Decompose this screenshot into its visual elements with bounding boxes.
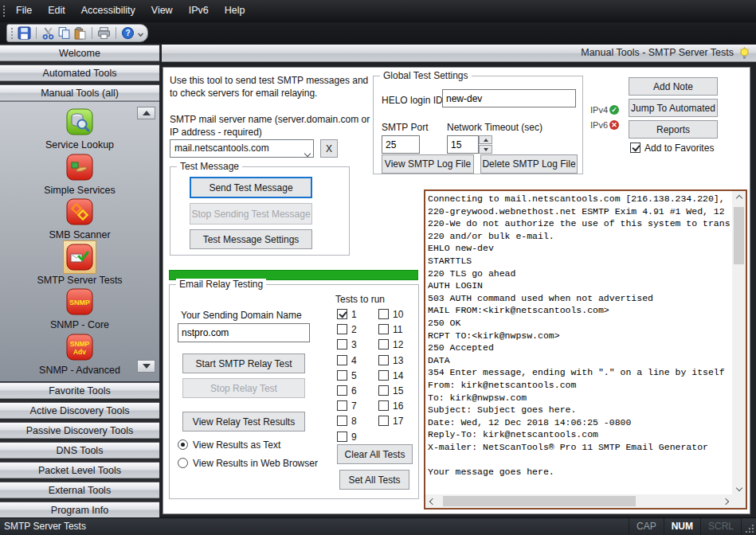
test-checkbox-8[interactable]	[337, 416, 347, 426]
copy-icon[interactable]	[57, 25, 71, 41]
add-note-button[interactable]: Add Note	[629, 77, 718, 96]
sidebar-item-smtp-server-tests[interactable]: SMTP Server Tests	[0, 240, 159, 286]
test-message-settings-button[interactable]: Test Message Settings	[190, 229, 312, 249]
menu-ipv6[interactable]: IPv6	[181, 0, 217, 21]
test-checkbox-9[interactable]	[337, 432, 347, 442]
smb-scanner-icon[interactable]	[63, 195, 96, 228]
smtp-port-label: SMTP Port	[382, 121, 428, 134]
tool-label: SMB Scanner	[0, 229, 159, 240]
start-relay-test-button[interactable]: Start SMTP Relay Test	[182, 353, 305, 373]
help-icon[interactable]: ?	[121, 25, 135, 41]
test-checkbox-10[interactable]	[378, 309, 389, 319]
resize-grip[interactable]	[744, 523, 755, 534]
sidebar-section-passive-discovery-tools[interactable]: Passive Discovery Tools	[0, 422, 159, 439]
sidebar-section-favorite-tools[interactable]: Favorite Tools	[0, 382, 159, 399]
test-checkbox-2[interactable]	[337, 324, 347, 334]
test-checkbox-4[interactable]	[337, 355, 347, 365]
tool-label: Simple Services	[0, 185, 159, 196]
sidebar-section-program-info[interactable]: Program Info	[0, 502, 159, 518]
spinner-up-icon[interactable]	[479, 135, 492, 144]
test-label-3: 3	[351, 339, 357, 350]
snmp-advanced-icon[interactable]: SNMPAdv	[63, 330, 96, 364]
ipv4-label: IPv4	[590, 105, 608, 115]
test-label-9: 9	[351, 432, 357, 443]
toolbar-grip[interactable]	[11, 28, 13, 39]
sidebar-section-active-discovery-tools[interactable]: Active Discovery Tools	[0, 402, 159, 419]
toolbar-separator	[92, 27, 92, 39]
simple-services-icon[interactable]	[63, 150, 96, 184]
paste-icon[interactable]	[73, 25, 87, 41]
print-icon[interactable]	[97, 25, 111, 41]
vertical-scroll-thumb[interactable]	[734, 207, 744, 264]
view-relay-results-button[interactable]: View Relay Test Results	[182, 412, 305, 432]
sidebar-section-dns-tools[interactable]: DNS Tools	[0, 442, 159, 459]
test-checkbox-7[interactable]	[337, 400, 347, 411]
lightbulb-icon[interactable]	[738, 47, 750, 65]
sidebar-section-manual-tools-all[interactable]: Manual Tools (all)	[0, 84, 159, 101]
smtp-session-text[interactable]: Connecting to mail.netscantools.com [216…	[428, 193, 731, 493]
send-test-message-button[interactable]: Send Test Message	[190, 177, 312, 198]
menu-file[interactable]: File	[8, 0, 40, 21]
scroll-up-icon[interactable]	[732, 191, 746, 205]
clear-server-button[interactable]: X	[320, 139, 338, 158]
chevron-down-icon[interactable]	[305, 145, 310, 162]
smtp-port-input[interactable]	[382, 135, 420, 154]
test-checkbox-5[interactable]	[337, 370, 347, 381]
add-to-favorites-checkbox[interactable]	[630, 143, 640, 153]
test-checkbox-16[interactable]	[378, 400, 389, 411]
test-checkbox-11[interactable]	[378, 324, 389, 334]
smtp-server-tests-icon[interactable]	[63, 240, 96, 274]
add-to-favorites-row: Add to Favorites	[630, 142, 714, 154]
network-timeout-input[interactable]	[447, 135, 479, 154]
server-name-combobox[interactable]: mail.netscantools.com	[170, 139, 314, 158]
menu-view[interactable]: View	[143, 0, 181, 21]
test-row-8: 8	[337, 416, 357, 427]
sidebar-item-simple-services[interactable]: Simple Services	[0, 150, 159, 196]
clear-all-tests-button[interactable]: Clear All Tests	[337, 444, 413, 464]
sidebar-item-snmp-advanced[interactable]: SNMPAdvSNMP - Advanced	[0, 330, 159, 376]
test-checkbox-13[interactable]	[378, 355, 389, 365]
view-smtp-log-button[interactable]: View SMTP Log File	[382, 154, 474, 174]
horizontal-scrollbar[interactable]	[425, 494, 732, 508]
vertical-scrollbar[interactable]	[732, 191, 746, 494]
menu-help[interactable]: Help	[217, 0, 253, 21]
service-lookup-icon[interactable]	[63, 105, 96, 139]
set-all-tests-button[interactable]: Set All Tests	[339, 470, 409, 490]
test-checkbox-3[interactable]	[337, 339, 347, 350]
save-icon[interactable]	[18, 25, 31, 41]
sidebar-section-automated-tools[interactable]: Automated Tools	[0, 64, 159, 81]
test-checkbox-14[interactable]	[378, 370, 389, 381]
sidebar-section-external-tools[interactable]: External Tools	[0, 482, 159, 498]
sidebar-item-snmp-core[interactable]: SNMPSNMP - Core	[0, 285, 159, 330]
menu-edit[interactable]: Edit	[40, 0, 73, 21]
scroll-right-icon[interactable]	[719, 494, 732, 508]
helo-login-input[interactable]	[442, 89, 576, 107]
sidebar-item-smb-scanner[interactable]: SMB Scanner	[0, 195, 159, 240]
horizontal-scroll-thumb[interactable]	[443, 496, 636, 506]
sidebar-section-welcome[interactable]: Welcome	[0, 45, 159, 61]
view-as-text-radio[interactable]	[178, 439, 188, 450]
sending-domain-input[interactable]	[178, 323, 310, 342]
test-checkbox-17[interactable]	[378, 416, 389, 426]
sidebar-section-packet-level-tools[interactable]: Packet Level Tools	[0, 462, 159, 478]
test-checkbox-1[interactable]	[337, 309, 347, 319]
test-label-12: 12	[393, 339, 403, 350]
scroll-left-icon[interactable]	[425, 494, 439, 508]
toolbar-overflow-icon[interactable]	[137, 29, 143, 37]
test-checkbox-6[interactable]	[337, 385, 347, 396]
sidebar-item-service-lookup[interactable]: Service Lookup	[0, 105, 159, 150]
jump-to-automated-button[interactable]: Jump To Automated	[629, 99, 718, 117]
reports-button[interactable]: Reports	[629, 120, 718, 139]
scroll-down-icon[interactable]	[732, 481, 746, 494]
status-text: SMTP Server Tests	[4, 518, 86, 535]
menu-accessibility[interactable]: Accessibility	[73, 0, 143, 21]
test-row-11: 11	[378, 324, 402, 335]
test-checkbox-15[interactable]	[378, 385, 389, 396]
delete-smtp-log-button[interactable]: Delete SMTP Log File	[480, 154, 578, 174]
view-in-browser-radio[interactable]	[178, 458, 188, 468]
menubar-grip[interactable]	[3, 6, 5, 17]
cut-icon[interactable]	[41, 25, 55, 41]
spinner-down-icon[interactable]	[479, 145, 492, 154]
snmp-core-icon[interactable]: SNMP	[63, 285, 96, 318]
test-checkbox-12[interactable]	[378, 339, 389, 350]
